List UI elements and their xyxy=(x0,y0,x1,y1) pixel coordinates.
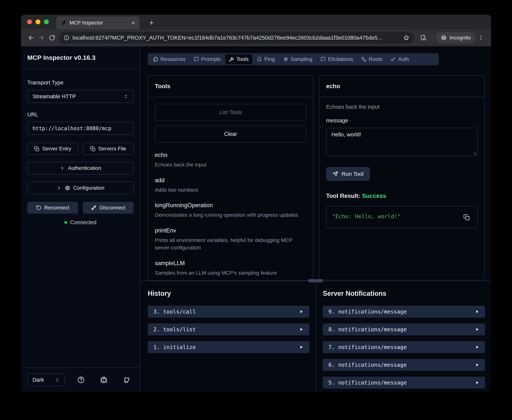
tab-prompts[interactable]: Prompts xyxy=(190,54,224,64)
tab-tools[interactable]: Tools xyxy=(225,54,252,64)
tool-name: echo xyxy=(155,152,306,158)
connected-dot-icon xyxy=(64,221,67,224)
tab-label: Auth xyxy=(398,56,409,62)
help-icon[interactable] xyxy=(77,376,85,384)
play-icon xyxy=(475,345,480,350)
reload-icon[interactable] xyxy=(47,32,57,43)
list-item[interactable]: add Adds two numbers xyxy=(155,177,306,194)
bookmark-star-icon[interactable] xyxy=(403,35,410,41)
copy-result-button[interactable] xyxy=(463,213,472,221)
resize-grip-icon[interactable] xyxy=(473,151,476,155)
tool-name: add xyxy=(155,177,306,184)
history-item-label: 3. tools/call xyxy=(153,308,196,315)
bug-icon[interactable] xyxy=(100,376,108,384)
notification-item[interactable]: 8. notifications/message xyxy=(323,323,485,335)
browser-menu-icon[interactable] xyxy=(476,32,486,43)
gear-icon xyxy=(65,185,70,191)
tab-elicitations[interactable]: Elicitations xyxy=(317,54,357,64)
notification-item[interactable]: 9. notifications/message xyxy=(323,306,485,318)
nav-tab-bar: Resources Prompts Tools Ping xyxy=(148,53,439,65)
tab-sampling[interactable]: Sampling xyxy=(279,54,316,64)
theme-select[interactable]: Dark xyxy=(27,373,65,386)
history-item[interactable]: 3. tools/call xyxy=(148,306,309,318)
zoom-window-button[interactable] xyxy=(44,19,49,24)
close-window-button[interactable] xyxy=(27,19,32,24)
notification-item[interactable]: 5. notifications/message xyxy=(323,377,485,389)
workflow-icon xyxy=(361,57,367,62)
connection-status: Connected xyxy=(27,219,134,225)
tool-name: printEnv xyxy=(155,227,306,234)
app-title: MCP Inspector v0.16.3 xyxy=(27,54,96,61)
list-item[interactable]: sampleLLM Samples from an LLM using MCP'… xyxy=(155,260,306,277)
tool-result-box: "Echo: Hello, world!" xyxy=(326,206,478,228)
server-url-input[interactable] xyxy=(27,122,134,135)
github-icon[interactable] xyxy=(123,376,130,384)
run-tool-button[interactable]: Run Tool xyxy=(326,167,370,181)
server-entry-button[interactable]: Server Entry xyxy=(27,143,78,155)
servers-file-button[interactable]: Servers File xyxy=(83,143,134,155)
tab-roots[interactable]: Roots xyxy=(358,54,386,64)
browser-tab[interactable]: MCP Inspector × xyxy=(56,16,139,29)
configuration-expander[interactable]: Configuration xyxy=(27,182,134,194)
play-icon xyxy=(299,309,304,314)
search-tabs-icon[interactable] xyxy=(418,32,428,43)
transport-type-value: Streamable HTTP xyxy=(32,93,76,100)
history-item-label: 2. tools/list xyxy=(153,326,196,333)
authentication-expander[interactable]: Authentication xyxy=(27,162,134,174)
reconnect-button[interactable]: Reconnect xyxy=(27,202,78,214)
copy-icon xyxy=(34,146,39,151)
clear-button[interactable]: Clear xyxy=(155,126,306,142)
send-icon xyxy=(332,171,338,177)
disconnect-button[interactable]: Disconnect xyxy=(83,202,134,214)
servers-file-label: Servers File xyxy=(98,146,126,152)
list-tools-button[interactable]: List Tools xyxy=(155,104,306,121)
history-item[interactable]: 1. initialize xyxy=(148,341,309,353)
list-item[interactable]: longRunningOperation Demonstrates a long… xyxy=(155,202,306,219)
tool-detail-description: Echoes back the input xyxy=(326,104,478,110)
key-icon xyxy=(391,57,396,62)
hammer-icon xyxy=(229,57,234,62)
tab-label: Prompts xyxy=(201,56,221,62)
address-bar[interactable]: localhost:6274/?MCP_PROXY_AUTH_TOKEN=ec1… xyxy=(59,32,414,44)
disconnect-label: Disconnect xyxy=(99,205,125,211)
browser-window: MCP Inspector × + localhost:6274/?MCP_PR… xyxy=(21,15,491,392)
list-item[interactable]: printEnv Prints all environment variable… xyxy=(155,227,306,252)
tool-result-label: Tool Result: xyxy=(326,192,360,199)
tool-description: Demonstrates a long running operation wi… xyxy=(155,211,306,219)
play-icon xyxy=(475,309,480,314)
tools-panel: Tools List Tools Clear echo Echoes back … xyxy=(148,75,313,281)
transport-type-select[interactable]: Streamable HTTP xyxy=(27,90,134,103)
rotate-ccw-icon xyxy=(36,205,41,210)
minimize-window-button[interactable] xyxy=(36,19,40,24)
list-item[interactable]: echo Echoes back the input xyxy=(155,152,306,169)
history-item[interactable]: 2. tools/list xyxy=(148,323,309,335)
play-icon xyxy=(475,362,480,367)
sidebar-header: MCP Inspector v0.16.3 xyxy=(21,46,140,69)
notification-item[interactable]: 6. notifications/message xyxy=(323,359,485,371)
notification-item[interactable]: 7. notifications/message xyxy=(323,341,485,353)
tool-description: Echoes back the input xyxy=(155,161,306,169)
tab-ping[interactable]: Ping xyxy=(253,54,278,64)
message-field[interactable]: Hello, world! xyxy=(326,128,478,156)
site-info-icon[interactable] xyxy=(64,35,69,41)
unplug-icon xyxy=(91,205,97,210)
server-notifications-title: Server Notifications xyxy=(323,290,485,297)
tab-close-icon[interactable]: × xyxy=(131,20,135,26)
back-icon[interactable] xyxy=(26,32,36,43)
server-entry-label: Server Entry xyxy=(42,146,71,152)
tool-result-line: Tool Result: Success xyxy=(326,192,478,199)
tool-description: Samples from an LLM using MCP's sampling… xyxy=(155,269,306,277)
notification-item-label: 7. notifications/message xyxy=(328,344,407,350)
history-title: History xyxy=(148,290,309,297)
connected-label: Connected xyxy=(70,219,96,225)
hash-icon xyxy=(283,57,288,62)
main-content: Resources Prompts Tools Ping xyxy=(140,46,491,392)
notification-item-label: 6. notifications/message xyxy=(328,362,407,368)
chevron-right-icon xyxy=(56,185,62,191)
tab-resources[interactable]: Resources xyxy=(149,54,189,64)
sidebar: MCP Inspector v0.16.3 Transport Type Str… xyxy=(21,46,140,392)
notification-item-label: 9. notifications/message xyxy=(328,308,407,315)
history-panel: History 3. tools/call 2. tools/list 1. i… xyxy=(140,281,316,392)
new-tab-button[interactable]: + xyxy=(147,18,156,28)
tab-auth[interactable]: Auth xyxy=(387,54,413,64)
